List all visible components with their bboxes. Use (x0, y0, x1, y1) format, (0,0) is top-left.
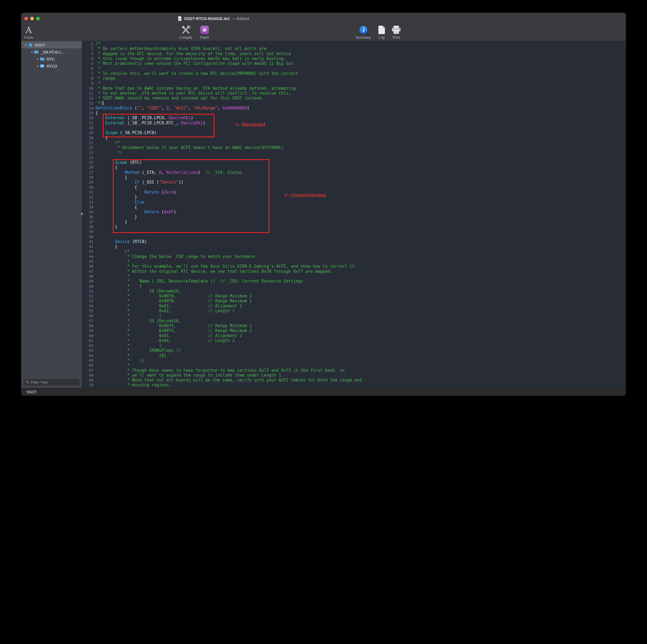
line-number: 34 (82, 205, 93, 210)
code-line: 64 * {8} (82, 353, 626, 358)
line-number: 50 (82, 284, 93, 289)
code-line: 3 * mapped in the RTC device. For the ma… (82, 51, 626, 56)
line-number: 58 (82, 323, 93, 328)
line-number: 66 (82, 363, 93, 368)
code-line: 40 (82, 234, 626, 239)
line-number: 12 (82, 96, 93, 100)
patch-icon (200, 25, 209, 35)
line-number: 6 (82, 66, 93, 71)
line-number: 28 (82, 175, 93, 180)
chevron-right-icon[interactable]: ▸ (36, 57, 40, 61)
pane-splitter-handle[interactable] (81, 213, 83, 215)
fonts-button[interactable]: A Fonts (21, 25, 36, 39)
chevron-down-icon[interactable]: ▾ (30, 50, 34, 54)
line-number: 26 (82, 165, 93, 170)
code-line: 27 Method (_STA, 0, NotSerialized) // _S… (82, 170, 626, 175)
code-line: 17 External (_SB_.PCI0.LPC0.RTC_, Device… (82, 120, 626, 126)
code-line: 69 * Note that not all boards will be th… (82, 378, 626, 383)
code-line: 68 * we'll want to expand the range to i… (82, 373, 626, 378)
text-cursor (103, 101, 103, 105)
line-number: 67 (82, 368, 93, 373)
line-number: 37 (82, 220, 93, 224)
code-line: 53 * 0x0070, // Range Maximum 1 (82, 299, 626, 303)
chevron-down-icon[interactable]: ▾ (24, 43, 28, 47)
summary-label: Summary (356, 35, 371, 39)
sidebar-item--sb-pci0-l-[interactable]: ▾_SB.PCI0.L... (21, 49, 82, 56)
line-number: 2 (82, 46, 93, 51)
line-number: 23 (82, 150, 93, 155)
close-window-button[interactable] (24, 17, 28, 20)
code-line: 59 * 0x0074, // Range Maximum 2 (82, 328, 626, 333)
line-number: 27 (82, 170, 93, 175)
code-line: 29 If (_OSI ("Darwin")) (82, 180, 626, 185)
titlebar: SSDT-RTC0-RANGE.dsl — Edited (21, 13, 626, 24)
code-line: 45 * (82, 259, 626, 264)
line-number: 39 (82, 229, 93, 234)
sidebar-item-rtc[interactable]: ▸RTC (21, 56, 82, 63)
code-line: 10 * Note that due to AWAC systems havin… (82, 86, 626, 91)
zoom-window-button[interactable] (36, 17, 40, 20)
log-label: Log (379, 35, 385, 39)
fonts-icon: A (26, 25, 31, 35)
code-line: 48 * (82, 274, 626, 279)
toolbar: A Fonts Compile (21, 24, 626, 42)
filter-field[interactable] (23, 379, 80, 386)
summary-button[interactable]: i Summary (352, 25, 374, 39)
code-line: 23 */ (82, 150, 626, 155)
line-number: 49 (82, 279, 93, 284)
sidebar-item-ssdt[interactable]: ▾SSDT (21, 42, 82, 49)
status-path: SSDT (26, 390, 37, 394)
code-line: 44 * Change the below _CSR range to matc… (82, 254, 626, 259)
line-number: 69 (82, 378, 93, 383)
search-icon (25, 380, 29, 385)
line-number: 30 (82, 185, 93, 190)
print-button[interactable]: Print (388, 25, 405, 39)
code-line: 32 } (82, 195, 626, 199)
line-number: 19 (82, 130, 93, 135)
patch-button[interactable]: Patch (194, 25, 215, 39)
line-number: 59 (82, 328, 93, 333)
code-line: 49 * Name (_CRS, ResourceTemplate () // … (82, 279, 626, 284)
window-title: SSDT-RTC0-RANGE.dsl (184, 16, 229, 21)
line-number: 55 (82, 309, 93, 313)
line-number: 29 (82, 180, 93, 185)
line-number: 36 (82, 215, 93, 219)
line-number: 11 (82, 91, 93, 96)
code-line: 30 { (82, 185, 626, 190)
app-window: SSDT-RTC0-RANGE.dsl — Edited A Fonts Com… (21, 13, 626, 396)
line-number: 20 (82, 136, 93, 140)
line-number: 38 (82, 224, 93, 229)
code-line: 20 { (82, 136, 626, 140)
device-icon (40, 64, 46, 68)
sidebar-item-rtc0[interactable]: ▸RTC0 (21, 63, 82, 70)
line-number: 47 (82, 269, 93, 274)
line-number: 54 (82, 304, 93, 309)
line-number: 46 (82, 264, 93, 269)
code-line: 22 * Uncomment below if your ACPI doesn'… (82, 145, 626, 150)
filter-area (21, 376, 82, 388)
code-line: 35 Return (0x0F) (82, 210, 626, 215)
line-number: 13 (82, 101, 93, 106)
info-icon: i (359, 25, 367, 35)
minimize-window-button[interactable] (30, 17, 34, 20)
code-line: 1/* (82, 42, 626, 46)
line-number: 4 (82, 56, 93, 61)
code-line: 55 * 0x02, // Length 1 (82, 309, 626, 313)
line-number: 64 (82, 353, 93, 358)
line-number: 45 (82, 259, 93, 264)
code-editor[interactable]: 1/*2 * On certain motherboards(mainly As… (82, 41, 626, 388)
log-button[interactable]: Log (373, 25, 390, 39)
line-number: 41 (82, 239, 93, 244)
acpi-tree[interactable]: ▾SSDT▾_SB.PCI0.L...▸RTC▸RTC0 (21, 41, 82, 376)
line-number: 70 (82, 383, 93, 387)
tree-item-label: _SB.PCI0.L... (41, 50, 65, 54)
line-number: 62 (82, 343, 93, 348)
window-title-area: SSDT-RTC0-RANGE.dsl — Edited (177, 13, 249, 24)
chevron-right-icon[interactable]: ▸ (36, 64, 40, 68)
code-line: 21 /* (82, 140, 626, 145)
code-line: 34 { (82, 205, 626, 210)
line-number: 32 (82, 195, 93, 199)
filter-tree-input[interactable] (30, 380, 78, 385)
compile-button[interactable]: Compile (175, 25, 197, 39)
window-edited-suffix: — Edited (232, 16, 249, 21)
